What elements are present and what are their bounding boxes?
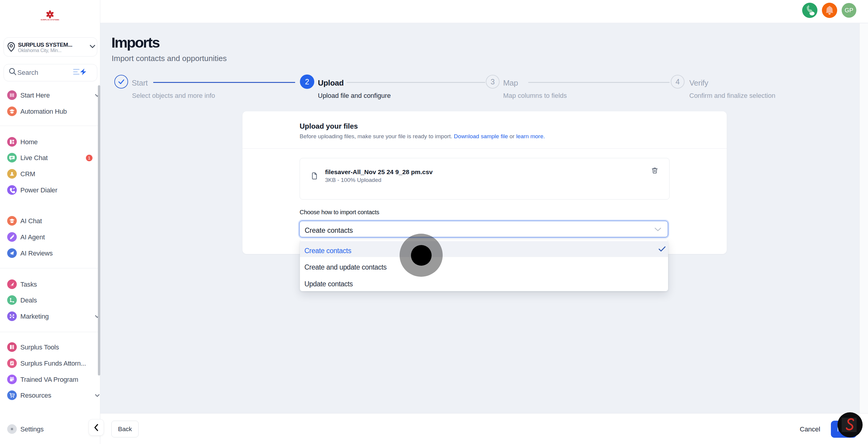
svg-text:SURPLUS SYSTEMS: SURPLUS SYSTEMS [41, 19, 59, 21]
